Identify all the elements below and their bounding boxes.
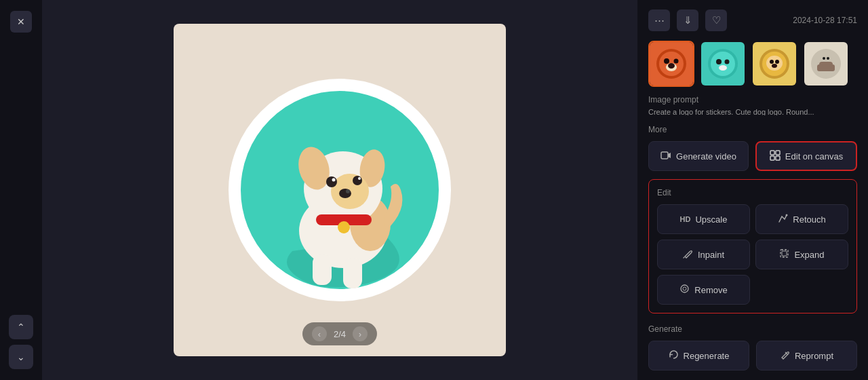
remove-label: Remove bbox=[694, 285, 727, 295]
reprompt-icon bbox=[780, 349, 790, 362]
thumbnails-row bbox=[648, 41, 857, 87]
svg-point-41 bbox=[827, 57, 829, 60]
svg-point-25 bbox=[711, 52, 735, 76]
generate-section-label: Generate bbox=[648, 324, 857, 334]
generate-row: Regenerate Reprompt bbox=[648, 341, 857, 370]
edit-on-canvas-button[interactable]: Edit on canvas bbox=[755, 141, 857, 171]
right-panel: ⋯ ⇓ ♡ 2024-10-28 17:51 bbox=[637, 0, 868, 380]
svg-point-51 bbox=[683, 287, 686, 290]
edit-section-label: Edit bbox=[657, 188, 848, 197]
svg-point-31 bbox=[766, 56, 783, 71]
top-bar: ⋯ ⇓ ♡ 2024-10-28 17:51 bbox=[648, 10, 857, 31]
svg-rect-46 bbox=[776, 156, 780, 160]
retouch-icon bbox=[778, 213, 788, 225]
svg-rect-42 bbox=[661, 152, 668, 159]
more-options-button[interactable]: ⋯ bbox=[648, 10, 670, 31]
image-prompt-text: Create a logo for stickers. Cute dog log… bbox=[648, 107, 857, 115]
svg-point-40 bbox=[823, 57, 825, 60]
chevron-down-icon: ⌄ bbox=[17, 352, 25, 362]
close-icon: ✕ bbox=[17, 16, 25, 27]
main-image-area: ‹ 2/4 › bbox=[42, 0, 637, 380]
svg-point-32 bbox=[770, 60, 774, 64]
upscale-icon: HD bbox=[680, 215, 691, 223]
svg-point-15 bbox=[358, 177, 361, 180]
edit-grid: HD Upscale Retouch Inpaint Expand bbox=[657, 204, 848, 305]
image-prompt-label: Image prompt bbox=[648, 95, 857, 104]
svg-rect-45 bbox=[770, 156, 774, 160]
svg-point-23 bbox=[668, 63, 675, 69]
generate-video-button[interactable]: Generate video bbox=[648, 141, 749, 171]
nav-buttons: ⌃ ⌄ bbox=[9, 315, 33, 369]
edit-on-canvas-label: Edit on canvas bbox=[785, 151, 843, 162]
more-dots-icon: ⋯ bbox=[654, 14, 665, 26]
generate-video-label: Generate video bbox=[676, 151, 736, 162]
nav-down-button[interactable]: ⌄ bbox=[9, 345, 33, 369]
chevron-up-icon: ⌃ bbox=[17, 322, 25, 332]
svg-rect-3 bbox=[313, 254, 332, 285]
svg-point-14 bbox=[353, 176, 362, 185]
download-button[interactable]: ⇓ bbox=[677, 10, 698, 31]
close-button[interactable]: ✕ bbox=[10, 11, 32, 33]
left-panel: ✕ ⌃ ⌄ bbox=[0, 0, 42, 380]
timestamp: 2024-10-28 17:51 bbox=[793, 16, 857, 25]
svg-rect-37 bbox=[817, 64, 823, 71]
svg-point-26 bbox=[716, 59, 722, 64]
pagination-display: 2/4 bbox=[334, 329, 346, 339]
svg-point-33 bbox=[775, 60, 779, 64]
dog-sticker-image bbox=[224, 75, 455, 305]
thumb-image-4 bbox=[804, 42, 848, 86]
thumb-image-1 bbox=[650, 42, 693, 86]
expand-icon bbox=[779, 248, 789, 261]
inpaint-button[interactable]: Inpaint bbox=[657, 240, 750, 269]
inpaint-icon bbox=[683, 248, 693, 261]
svg-point-34 bbox=[772, 64, 777, 68]
prev-image-button[interactable]: ‹ bbox=[312, 326, 327, 341]
regenerate-icon bbox=[669, 349, 679, 362]
generate-video-icon bbox=[660, 150, 671, 163]
svg-point-47 bbox=[786, 214, 788, 216]
remove-button[interactable]: Remove bbox=[657, 275, 750, 305]
thumb-image-3 bbox=[753, 42, 796, 86]
retouch-label: Retouch bbox=[793, 214, 825, 225]
next-image-button[interactable]: › bbox=[353, 326, 368, 341]
bookmark-icon: ♡ bbox=[712, 14, 721, 26]
edit-section: Edit HD Upscale Retouch Inpaint bbox=[648, 179, 857, 314]
download-icon: ⇓ bbox=[684, 14, 692, 26]
remove-icon bbox=[679, 284, 690, 296]
generate-section: Generate Regenerate Reprompt bbox=[648, 324, 857, 370]
thumbnail-2[interactable] bbox=[700, 41, 746, 87]
svg-point-17 bbox=[338, 221, 350, 233]
reprompt-label: Reprompt bbox=[795, 351, 833, 361]
svg-point-12 bbox=[326, 176, 337, 187]
nav-up-button[interactable]: ⌃ bbox=[9, 315, 33, 339]
svg-point-28 bbox=[719, 65, 727, 71]
svg-point-27 bbox=[725, 60, 730, 64]
expand-label: Expand bbox=[794, 250, 824, 260]
svg-rect-49 bbox=[782, 251, 787, 256]
more-section-label: More bbox=[648, 125, 857, 134]
svg-point-21 bbox=[674, 59, 679, 64]
more-actions-row: Generate video Edit on canvas bbox=[648, 141, 857, 171]
thumbnail-4[interactable] bbox=[803, 41, 849, 87]
retouch-button[interactable]: Retouch bbox=[755, 204, 848, 234]
regenerate-label: Regenerate bbox=[684, 351, 730, 361]
pagination: ‹ 2/4 › bbox=[302, 322, 377, 345]
expand-button[interactable]: Expand bbox=[755, 240, 848, 269]
inpaint-label: Inpaint bbox=[698, 250, 724, 260]
svg-point-50 bbox=[681, 285, 688, 292]
svg-rect-43 bbox=[770, 151, 774, 155]
bookmark-button[interactable]: ♡ bbox=[705, 10, 727, 31]
regenerate-button[interactable]: Regenerate bbox=[648, 341, 749, 370]
reprompt-button[interactable]: Reprompt bbox=[756, 341, 857, 370]
top-actions: ⋯ ⇓ ♡ bbox=[648, 10, 727, 31]
image-container: ‹ 2/4 › bbox=[174, 24, 506, 356]
upscale-label: Upscale bbox=[695, 214, 727, 225]
edit-on-canvas-icon bbox=[770, 150, 781, 163]
upscale-button[interactable]: HD Upscale bbox=[657, 204, 750, 234]
svg-point-11 bbox=[346, 189, 350, 193]
thumbnail-1[interactable] bbox=[648, 41, 694, 87]
svg-rect-4 bbox=[343, 258, 362, 288]
thumbnail-3[interactable] bbox=[751, 41, 797, 87]
svg-rect-38 bbox=[829, 64, 835, 71]
svg-point-13 bbox=[332, 178, 336, 182]
